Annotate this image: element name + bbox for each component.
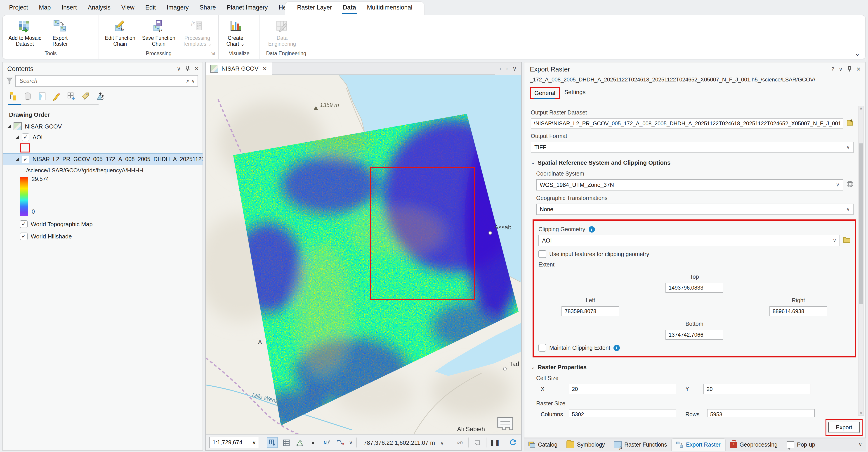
- columns-input[interactable]: [569, 409, 676, 417]
- extent-top-input[interactable]: [665, 283, 723, 293]
- table-grid-icon[interactable]: [281, 437, 291, 448]
- aoi-visibility-checkbox[interactable]: [22, 133, 29, 141]
- tab-overflow-chevron-icon[interactable]: ∨: [859, 439, 866, 451]
- filter-icon[interactable]: [6, 77, 13, 85]
- geographic-transformations-select[interactable]: None∨: [536, 204, 854, 215]
- menu-view[interactable]: View: [116, 4, 140, 11]
- raster-visibility-checkbox[interactable]: [22, 156, 29, 163]
- pane-tab-symbology[interactable]: Symbology: [562, 439, 610, 451]
- extent-bottom-input[interactable]: [665, 330, 723, 340]
- tools-chevron-icon[interactable]: ∨: [349, 440, 352, 446]
- layer-row-aoi[interactable]: AOI: [3, 132, 203, 143]
- map-tab[interactable]: NISAR GCOV ✕: [206, 62, 272, 75]
- browse-dataset-icon[interactable]: [846, 118, 854, 128]
- menu-map[interactable]: Map: [33, 4, 56, 11]
- srs-section-header[interactable]: ⌄ Spatial Reference System and Clipping …: [531, 159, 854, 166]
- map-canvas[interactable]: A: [206, 75, 521, 434]
- list-by-drawing-order-tab[interactable]: [8, 91, 18, 101]
- search-input[interactable]: [19, 77, 185, 85]
- edit-function-chain-button[interactable]: fx Edit Function Chain: [102, 17, 138, 47]
- menu-project[interactable]: Project: [4, 4, 33, 11]
- maintain-clipping-extent-row[interactable]: Maintain Clipping Extent i: [538, 344, 850, 351]
- use-input-features-row[interactable]: Use input features for clipping geometry: [538, 250, 850, 258]
- tab-raster-layer[interactable]: Raster Layer: [291, 4, 338, 11]
- list-by-perspective-tab[interactable]: [95, 91, 105, 101]
- pause-drawing-icon[interactable]: ❚❚: [490, 437, 500, 448]
- export-button[interactable]: Export: [828, 422, 860, 433]
- next-view-icon[interactable]: ›: [506, 65, 508, 72]
- menu-insert[interactable]: Insert: [56, 4, 83, 11]
- search-options-chevron-icon[interactable]: ∨: [191, 79, 195, 83]
- search-icon[interactable]: ⌕: [186, 77, 190, 85]
- view-menu-chevron-icon[interactable]: ∨: [513, 65, 517, 72]
- save-function-chain-button[interactable]: fx Save Function Chain: [141, 17, 177, 47]
- edit-vertices-icon[interactable]: [295, 437, 305, 448]
- close-icon[interactable]: ✕: [856, 66, 861, 73]
- map-scale-select[interactable]: 1:1,729,674 ∨: [209, 436, 259, 448]
- maintain-clipping-extent-checkbox[interactable]: [538, 344, 546, 351]
- north-arrow-icon[interactable]: N: [322, 437, 332, 448]
- hillshade-visibility-checkbox[interactable]: [20, 232, 28, 240]
- panel-menu-chevron-icon[interactable]: ∨: [177, 65, 181, 72]
- pin-icon[interactable]: [847, 66, 852, 73]
- raster-properties-section-header[interactable]: ⌄ Raster Properties: [531, 364, 854, 371]
- clipping-geometry-select[interactable]: AOI∨: [538, 235, 840, 246]
- expand-triangle-icon[interactable]: [16, 158, 19, 161]
- scroll-up-icon[interactable]: ∧: [860, 106, 862, 110]
- zoom-selection-icon[interactable]: ⌕0: [455, 437, 465, 448]
- menu-imagery[interactable]: Imagery: [161, 4, 194, 11]
- info-icon[interactable]: i: [614, 344, 620, 351]
- pane-tab-popup[interactable]: Pop-up: [782, 439, 820, 451]
- list-by-labeling-tab[interactable]: [81, 91, 90, 101]
- layer-row-topographic[interactable]: World Topographic Map: [3, 219, 203, 229]
- menu-edit[interactable]: Edit: [140, 4, 161, 11]
- tab-data[interactable]: Data: [338, 4, 362, 11]
- list-by-snapping-tab[interactable]: [66, 91, 76, 101]
- add-to-mosaic-dataset-button[interactable]: Add to Mosaic Dataset: [5, 17, 44, 47]
- extent-left-input[interactable]: [561, 306, 619, 316]
- menu-analysis[interactable]: Analysis: [82, 4, 116, 11]
- close-icon[interactable]: ✕: [194, 65, 199, 72]
- list-by-data-source-tab[interactable]: [23, 91, 33, 101]
- pane-tab-catalog[interactable]: Catalog: [524, 439, 562, 451]
- list-by-selection-tab[interactable]: [37, 91, 47, 101]
- prev-view-icon[interactable]: ‹: [500, 65, 502, 72]
- topographic-visibility-checkbox[interactable]: [20, 220, 28, 228]
- tab-multidimensional[interactable]: Multidimensional: [362, 4, 418, 11]
- coordinate-readout[interactable]: 787,376.22 1,602,211.07 m ∨: [360, 439, 447, 446]
- dialog-launcher-icon[interactable]: ⇲: [211, 51, 215, 56]
- menu-share[interactable]: Share: [194, 4, 221, 11]
- processing-templates-button[interactable]: fx Processing Templates ⌄: [179, 17, 216, 47]
- pane-tab-geoprocessing[interactable]: Geoprocessing: [725, 439, 782, 451]
- create-chart-button[interactable]: Create Chart ⌄: [221, 17, 250, 47]
- measure-tool-icon[interactable]: [308, 437, 318, 448]
- globe-icon[interactable]: [846, 180, 854, 189]
- pin-icon[interactable]: [185, 65, 190, 72]
- pane-tab-raster-functions[interactable]: Raster Functions: [610, 439, 672, 451]
- collapse-ribbon-icon[interactable]: ⌄: [855, 50, 860, 57]
- output-format-select[interactable]: TIFF∨: [531, 142, 854, 153]
- tab-general[interactable]: General: [532, 89, 558, 99]
- tab-settings[interactable]: Settings: [562, 88, 588, 98]
- rows-input[interactable]: [707, 409, 815, 417]
- close-map-tab-icon[interactable]: ✕: [262, 65, 267, 72]
- data-engineering-button[interactable]: Data Engineering: [263, 17, 302, 47]
- scroll-down-icon[interactable]: ∨: [860, 411, 862, 415]
- browse-folder-icon[interactable]: [843, 236, 850, 245]
- menu-planet-imagery[interactable]: Planet Imagery: [221, 4, 273, 11]
- expand-triangle-icon[interactable]: [16, 135, 19, 139]
- scrollbar-thumb[interactable]: [859, 143, 863, 304]
- list-by-editing-tab[interactable]: [52, 91, 61, 101]
- cell-size-y-input[interactable]: [704, 384, 811, 394]
- refresh-icon[interactable]: [508, 437, 518, 448]
- export-raster-button[interactable]: Export Raster: [46, 17, 74, 47]
- use-input-features-checkbox[interactable]: [538, 250, 546, 258]
- layer-row-map[interactable]: NISAR GCOV: [3, 121, 203, 132]
- extent-shape-icon[interactable]: [472, 437, 483, 448]
- help-icon[interactable]: ?: [831, 66, 834, 73]
- layer-row-raster[interactable]: NISAR_L2_PR_GCOV_005_172_A_008_2005_DHDH…: [3, 153, 203, 165]
- coordinate-system-select[interactable]: WGS_1984_UTM_Zone_37N∨: [536, 179, 843, 191]
- aoi-symbol-swatch[interactable]: [20, 143, 30, 152]
- grid-add-tool-icon[interactable]: [267, 437, 278, 448]
- vertical-scrollbar[interactable]: ∧ ∨: [858, 106, 864, 416]
